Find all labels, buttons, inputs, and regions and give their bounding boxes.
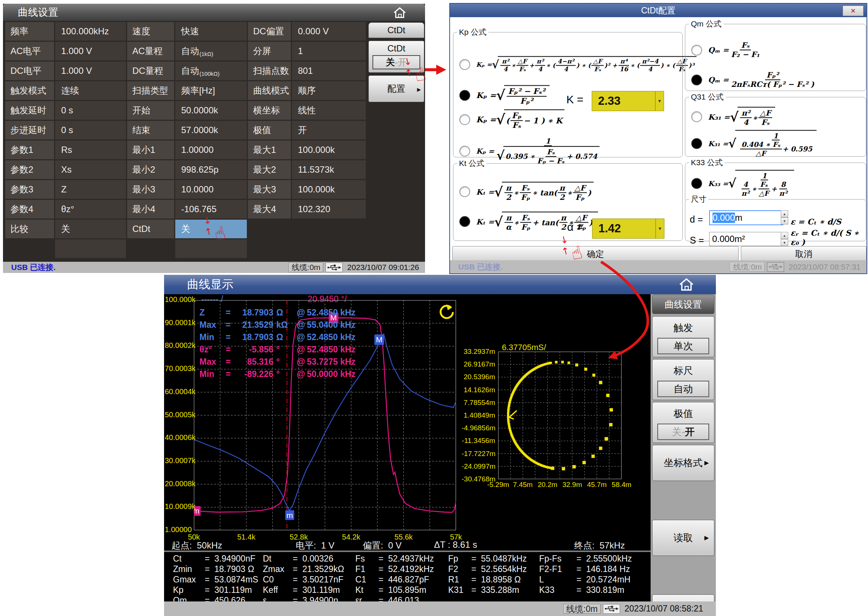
sidebar-button-coord-format[interactable]: 坐标格式► bbox=[652, 445, 714, 481]
readout-field: @ bbox=[295, 357, 307, 367]
setting-value[interactable]: 0 s bbox=[55, 121, 126, 140]
kt-radio-selected[interactable] bbox=[459, 216, 470, 227]
kt-radio[interactable] bbox=[459, 187, 470, 197]
setting-value[interactable]: 连续 bbox=[55, 81, 126, 100]
setting-value[interactable]: 1.000 V bbox=[55, 61, 126, 80]
setting-value[interactable]: 1.000 V bbox=[55, 42, 126, 60]
sidebar-toggle-trigger[interactable]: 触发单次 bbox=[652, 316, 714, 357]
close-button[interactable]: ✕ bbox=[843, 6, 863, 16]
svg-text:m: m bbox=[286, 511, 293, 519]
setting-label: 步进延时 bbox=[5, 121, 54, 140]
k33-radio-selected[interactable] bbox=[691, 178, 702, 189]
setting-value[interactable]: 100.000kHz bbox=[55, 22, 126, 41]
setting-value[interactable]: 102.320 bbox=[292, 200, 366, 218]
sidebar-button-value: 单次 bbox=[657, 338, 709, 354]
qm-radio[interactable] bbox=[691, 45, 702, 55]
x-axis-label: 54.2k bbox=[336, 533, 367, 541]
trace-marker-M[interactable]: M bbox=[374, 335, 384, 345]
setting-value[interactable]: 998.625p bbox=[175, 160, 247, 179]
setting-value[interactable]: Xs bbox=[55, 160, 126, 179]
qm-radio-selected[interactable] bbox=[691, 75, 702, 85]
setting-value[interactable]: -106.765 bbox=[175, 200, 247, 218]
setting-value[interactable]: 0.000 V bbox=[292, 22, 366, 41]
y-axis-label: 100.000k bbox=[165, 295, 191, 304]
setting-value[interactable]: θz° bbox=[55, 200, 126, 218]
kp-radio[interactable] bbox=[459, 59, 470, 70]
cable-length-badge-c: 线缆:0m bbox=[563, 604, 601, 614]
kp-radio[interactable] bbox=[459, 146, 470, 157]
numerator: Fₛ bbox=[545, 148, 556, 157]
setting-value[interactable]: 11.5373k bbox=[292, 160, 366, 179]
sidebar-button-read[interactable]: 读取► bbox=[652, 520, 714, 556]
k-select[interactable]: 2.33▼ bbox=[592, 91, 664, 111]
setting-value[interactable]: 开 bbox=[292, 121, 366, 140]
setting-value[interactable]: 50.0000k bbox=[175, 101, 247, 120]
circle-y-axis-label: 7.78554m bbox=[461, 399, 495, 407]
s-input[interactable]: 0.000m² bbox=[709, 232, 783, 246]
readout-field: ° bbox=[273, 344, 295, 355]
setting-value[interactable]: 自动(1kΩ) bbox=[175, 42, 247, 60]
measurement-name: F1 bbox=[355, 564, 378, 574]
sweep-info: 终点: 57kHz bbox=[574, 539, 625, 552]
measurement-name: Keff bbox=[263, 585, 293, 595]
setting-value[interactable]: Rs bbox=[55, 141, 126, 159]
setting-value[interactable]: 0 s bbox=[55, 101, 126, 120]
setting-value-selected[interactable]: 关 bbox=[175, 220, 247, 238]
setting-value[interactable]: 1.00000 bbox=[175, 141, 247, 159]
setting-value[interactable]: 自动(100kΩ) bbox=[175, 61, 247, 80]
measurement-name: Gmax bbox=[173, 575, 205, 585]
setting-value[interactable]: 57.0000k bbox=[175, 121, 247, 140]
setting-label: 参数3 bbox=[5, 180, 54, 199]
measurement-name: Ct bbox=[173, 554, 205, 564]
s-value: 0.000m² bbox=[712, 234, 745, 244]
home-button-c[interactable] bbox=[678, 276, 695, 293]
denominator: 4 bbox=[537, 66, 544, 73]
sidebar-toggle-ruler[interactable]: 标尺自动 bbox=[652, 359, 714, 400]
qm-formula-group: Qm 公式 Qₘ = FₛF₂ − F₁Qₘ = Fₚ²2πFₛRCᴛ( Fₚ²… bbox=[685, 19, 866, 91]
s-spinner[interactable]: ▲▼ bbox=[781, 232, 788, 246]
setting-value[interactable]: 关 bbox=[55, 220, 126, 238]
home-button[interactable] bbox=[391, 5, 408, 20]
denominator: Fₛ bbox=[760, 118, 771, 127]
cancel-button[interactable]: 取消 bbox=[741, 246, 866, 262]
ok-button[interactable]: 确定 bbox=[452, 246, 739, 262]
ctdt-toggle-button[interactable]: CtDt 关-开 bbox=[368, 41, 424, 73]
numerator: π bbox=[504, 214, 513, 223]
setting-value[interactable]: Z bbox=[55, 180, 126, 199]
measurement-value: 105.895m bbox=[388, 585, 426, 595]
sidebar-toggle-extremum[interactable]: 极值关-开 bbox=[652, 402, 714, 443]
q31-radio[interactable] bbox=[691, 112, 702, 122]
alpha-select[interactable]: 1.42▼ bbox=[592, 218, 664, 239]
q31-radio-selected[interactable] bbox=[691, 138, 702, 149]
measurement-value: 335.288m bbox=[481, 585, 519, 595]
sidebar-menu-title[interactable]: 曲线设置 bbox=[652, 295, 714, 314]
refresh-icon[interactable] bbox=[435, 303, 455, 322]
numerator: Fₚ bbox=[510, 111, 523, 121]
measurement-eq: = bbox=[576, 575, 586, 585]
d-input[interactable]: 0.000m bbox=[709, 210, 783, 225]
circle-y-axis-label: 1.40849m bbox=[461, 411, 495, 420]
setting-value[interactable]: 快速 bbox=[175, 22, 247, 41]
setting-value[interactable]: 频率[Hz] bbox=[175, 81, 247, 100]
trace-marker-m[interactable]: m bbox=[285, 511, 294, 520]
k33-legend: K33 公式 bbox=[689, 157, 724, 168]
square-root: √10.404 ∗ Fₛ△F + 0.595 bbox=[728, 130, 816, 157]
setting-value[interactable]: 线性 bbox=[292, 101, 366, 120]
d-spinner[interactable]: ▲▼ bbox=[781, 210, 788, 225]
setting-value[interactable]: 1 bbox=[292, 42, 366, 60]
ctdt-config-button[interactable]: 配置 ► bbox=[368, 75, 424, 102]
setting-value[interactable]: 100.000k bbox=[292, 180, 366, 199]
kp-radio[interactable] bbox=[459, 115, 470, 125]
setting-value[interactable]: 100.000k bbox=[292, 141, 366, 159]
square-root: √π²4 ∗ △FFₛ + π²4 ∗ ( 4−π²4 ) ∗ ( △FFₛ )… bbox=[492, 56, 697, 73]
measurement-name: C1 bbox=[355, 575, 378, 585]
measurement-eq: = bbox=[471, 564, 481, 574]
fraction: π²4 bbox=[535, 58, 545, 73]
measurement-eq: = bbox=[576, 564, 586, 574]
setting-value[interactable]: 10.0000 bbox=[175, 180, 247, 199]
alpha-label: α = bbox=[567, 221, 583, 233]
setting-value[interactable]: 顺序 bbox=[292, 81, 366, 100]
sidebar-button-title: 触发 bbox=[653, 321, 714, 335]
setting-value[interactable]: 801 bbox=[292, 61, 366, 80]
kp-radio-selected[interactable] bbox=[459, 90, 470, 101]
